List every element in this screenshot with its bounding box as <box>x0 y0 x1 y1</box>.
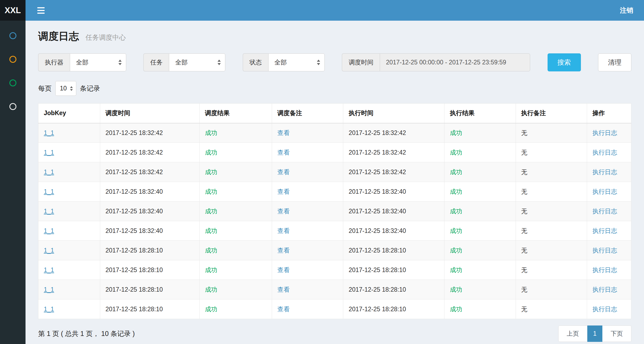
filter-bar: 执行器 全部 任务 全部 状态 全部 <box>38 53 631 71</box>
handle-result-cell: 成功 <box>444 143 516 162</box>
trigger-time-cell: 2017-12-25 18:32:42 <box>100 123 199 143</box>
column-header-trigger-time: 调度时间 <box>100 104 199 123</box>
exec-log-link[interactable]: 执行日志 <box>587 202 631 221</box>
view-trigger-msg-link[interactable]: 查看 <box>272 221 343 241</box>
handle-result-cell: 成功 <box>444 221 516 241</box>
main-content: 调度日志 任务调度中心 执行器 全部 任务 全部 状态 <box>26 21 644 344</box>
top-navbar: XXL 注销 <box>0 0 644 21</box>
exec-log-link[interactable]: 执行日志 <box>587 299 631 319</box>
column-header-action: 操作 <box>587 104 631 123</box>
trigger-result-cell: 成功 <box>199 260 272 280</box>
prev-page-button[interactable]: 上页 <box>558 325 587 342</box>
status-select[interactable]: 全部 <box>268 53 325 71</box>
trigger-result-cell: 成功 <box>199 123 272 143</box>
job-key-link[interactable]: 1_1 <box>38 299 100 319</box>
view-trigger-msg-link[interactable]: 查看 <box>272 299 343 319</box>
logout-link[interactable]: 注销 <box>620 6 633 15</box>
view-trigger-msg-link[interactable]: 查看 <box>272 162 343 182</box>
handle-result-cell: 成功 <box>444 280 516 299</box>
trigger-time-cell: 2017-12-25 18:32:40 <box>100 182 199 202</box>
schedule-time-label: 调度时间 <box>342 53 380 71</box>
hamburger-icon <box>37 10 45 11</box>
trigger-time-cell: 2017-12-25 18:28:10 <box>100 280 199 299</box>
handle-result-cell: 成功 <box>444 202 516 221</box>
table-footer: 第 1 页 ( 总共 1 页， 10 条记录 ) 上页 1 下页 <box>38 325 631 344</box>
select-arrows-icon <box>118 60 122 65</box>
trigger-time-cell: 2017-12-25 18:32:42 <box>100 162 199 182</box>
schedule-time-input[interactable]: 2017-12-25 00:00:00 - 2017-12-25 23:59:5… <box>380 53 530 71</box>
view-trigger-msg-link[interactable]: 查看 <box>272 182 343 202</box>
table-header-row: JobKey调度时间调度结果调度备注执行时间执行结果执行备注操作 <box>38 104 631 123</box>
page-title: 调度日志 <box>38 31 79 42</box>
table-row: 1_12017-12-25 18:32:40成功查看2017-12-25 18:… <box>38 221 631 241</box>
exec-log-link[interactable]: 执行日志 <box>587 143 631 162</box>
handle-msg-cell: 无 <box>516 162 587 182</box>
job-key-link[interactable]: 1_1 <box>38 221 100 241</box>
sidebar-item-menu-3[interactable] <box>0 79 26 87</box>
job-key-link[interactable]: 1_1 <box>38 162 100 182</box>
navbar-right-area: 注销 <box>26 0 644 21</box>
page-header: 调度日志 任务调度中心 <box>38 30 631 44</box>
sidebar-item-menu-4[interactable] <box>0 102 26 111</box>
table-row: 1_12017-12-25 18:28:10成功查看2017-12-25 18:… <box>38 260 631 280</box>
circle-o-icon <box>9 103 16 110</box>
app-logo[interactable]: XXL <box>0 0 26 21</box>
page-size-value: 10 <box>60 85 67 92</box>
handle-time-cell: 2017-12-25 18:28:10 <box>343 299 444 319</box>
job-key-link[interactable]: 1_1 <box>38 280 100 299</box>
handle-time-cell: 2017-12-25 18:32:40 <box>343 182 444 202</box>
job-key-link[interactable]: 1_1 <box>38 260 100 280</box>
handle-result-cell: 成功 <box>444 299 516 319</box>
view-trigger-msg-link[interactable]: 查看 <box>272 260 343 280</box>
circle-o-icon <box>9 56 16 63</box>
job-key-link[interactable]: 1_1 <box>38 202 100 221</box>
table-row: 1_12017-12-25 18:32:42成功查看2017-12-25 18:… <box>38 143 631 162</box>
current-page-button[interactable]: 1 <box>587 325 602 342</box>
job-key-link[interactable]: 1_1 <box>38 123 100 143</box>
exec-log-link[interactable]: 执行日志 <box>587 280 631 299</box>
page-size-select[interactable]: 10 <box>55 81 76 96</box>
sidebar-item-menu-1[interactable] <box>0 31 26 40</box>
trigger-time-cell: 2017-12-25 18:28:10 <box>100 260 199 280</box>
job-key-link[interactable]: 1_1 <box>38 241 100 260</box>
circle-o-icon <box>9 32 16 39</box>
next-page-button[interactable]: 下页 <box>602 325 631 342</box>
executor-select[interactable]: 全部 <box>70 53 126 71</box>
column-header-trigger-result: 调度结果 <box>199 104 272 123</box>
handle-time-cell: 2017-12-25 18:32:40 <box>343 221 444 241</box>
exec-log-link[interactable]: 执行日志 <box>587 182 631 202</box>
handle-time-cell: 2017-12-25 18:28:10 <box>343 260 444 280</box>
sidebar-toggle-button[interactable] <box>36 5 46 16</box>
exec-log-link[interactable]: 执行日志 <box>587 162 631 182</box>
exec-log-link[interactable]: 执行日志 <box>587 241 631 260</box>
exec-log-link[interactable]: 执行日志 <box>587 123 631 143</box>
view-trigger-msg-link[interactable]: 查看 <box>272 143 343 162</box>
job-key-link[interactable]: 1_1 <box>38 182 100 202</box>
job-filter-label: 任务 <box>143 53 169 71</box>
trigger-result-cell: 成功 <box>199 299 272 319</box>
view-trigger-msg-link[interactable]: 查看 <box>272 280 343 299</box>
handle-time-cell: 2017-12-25 18:32:42 <box>343 143 444 162</box>
status-select-value: 全部 <box>274 58 287 67</box>
search-button[interactable]: 搜索 <box>548 53 581 71</box>
handle-msg-cell: 无 <box>516 123 587 143</box>
exec-log-link[interactable]: 执行日志 <box>587 260 631 280</box>
job-select[interactable]: 全部 <box>169 53 225 71</box>
circle-o-icon <box>9 79 16 86</box>
page-size-suffix: 条记录 <box>80 84 100 93</box>
sidebar-item-menu-2[interactable] <box>0 55 26 64</box>
column-header-trigger-msg: 调度备注 <box>272 104 343 123</box>
table-head: JobKey调度时间调度结果调度备注执行时间执行结果执行备注操作 <box>38 104 631 123</box>
view-trigger-msg-link[interactable]: 查看 <box>272 123 343 143</box>
job-key-link[interactable]: 1_1 <box>38 143 100 162</box>
handle-result-cell: 成功 <box>444 162 516 182</box>
view-trigger-msg-link[interactable]: 查看 <box>272 202 343 221</box>
select-arrows-icon <box>317 60 320 65</box>
view-trigger-msg-link[interactable]: 查看 <box>272 241 343 260</box>
column-header-jobkey: JobKey <box>38 104 100 123</box>
exec-log-link[interactable]: 执行日志 <box>587 221 631 241</box>
trigger-result-cell: 成功 <box>199 280 272 299</box>
schedule-time-value: 2017-12-25 00:00:00 - 2017-12-25 23:59:5… <box>386 59 506 66</box>
clear-button[interactable]: 清理 <box>598 53 631 71</box>
handle-result-cell: 成功 <box>444 182 516 202</box>
